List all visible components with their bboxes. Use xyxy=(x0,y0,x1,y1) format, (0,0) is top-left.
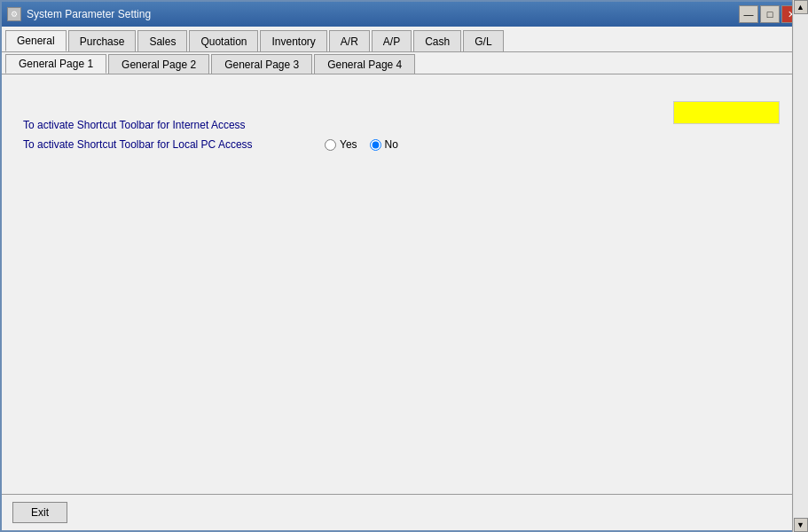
tab-ar[interactable]: A/R xyxy=(329,30,370,51)
internet-label: To activate Shortcut Toolbar for Interne… xyxy=(23,119,325,131)
bottom-bar: Exit xyxy=(2,494,806,530)
tab-ap[interactable]: A/P xyxy=(372,30,412,51)
tab-general-page4[interactable]: General Page 4 xyxy=(314,54,415,74)
title-bar: ⚙ System Parameter Setting — □ ✕ xyxy=(2,2,806,27)
radio-no-option[interactable]: No xyxy=(370,138,398,151)
window-title: System Parameter Setting xyxy=(27,8,739,20)
local-radio-group: Yes No xyxy=(325,138,398,151)
top-tab-bar: General Purchase Sales Quotation Invento… xyxy=(2,27,806,52)
maximize-button[interactable]: □ xyxy=(760,5,780,23)
main-window: ⚙ System Parameter Setting — □ ✕ General… xyxy=(0,0,808,532)
radio-yes-label: Yes xyxy=(340,138,357,151)
tab-general[interactable]: General xyxy=(5,30,67,51)
radio-yes-option[interactable]: Yes xyxy=(325,138,357,151)
tab-cash[interactable]: Cash xyxy=(413,30,461,51)
radio-no-label: No xyxy=(385,138,398,151)
minimize-button[interactable]: — xyxy=(739,5,758,23)
radio-no[interactable] xyxy=(370,139,381,151)
yellow-highlight xyxy=(673,101,780,124)
tab-quotation[interactable]: Quotation xyxy=(189,30,258,51)
local-label: To activate Shortcut Toolbar for Local P… xyxy=(23,138,325,151)
tab-purchase[interactable]: Purchase xyxy=(68,30,137,51)
content-wrapper: To activate Shortcut Toolbar for Interne… xyxy=(2,74,806,494)
local-row: To activate Shortcut Toolbar for Local P… xyxy=(23,138,785,151)
window-icon: ⚙ xyxy=(7,7,21,21)
radio-yes[interactable] xyxy=(325,139,336,151)
main-content: To activate Shortcut Toolbar for Interne… xyxy=(2,74,806,494)
tab-gl[interactable]: G/L xyxy=(463,30,503,51)
scroll-track xyxy=(794,74,807,494)
tab-general-page2[interactable]: General Page 2 xyxy=(108,54,209,74)
tab-sales[interactable]: Sales xyxy=(137,30,187,51)
tab-inventory[interactable]: Inventory xyxy=(260,30,326,51)
tab-general-page3[interactable]: General Page 3 xyxy=(211,54,312,74)
sub-tab-bar: General Page 1 General Page 2 General Pa… xyxy=(2,52,806,74)
internet-row: To activate Shortcut Toolbar for Interne… xyxy=(23,119,785,131)
tab-general-page1[interactable]: General Page 1 xyxy=(5,54,106,74)
exit-button[interactable]: Exit xyxy=(12,502,67,523)
scrollbar: ▲ ▼ xyxy=(792,74,806,494)
